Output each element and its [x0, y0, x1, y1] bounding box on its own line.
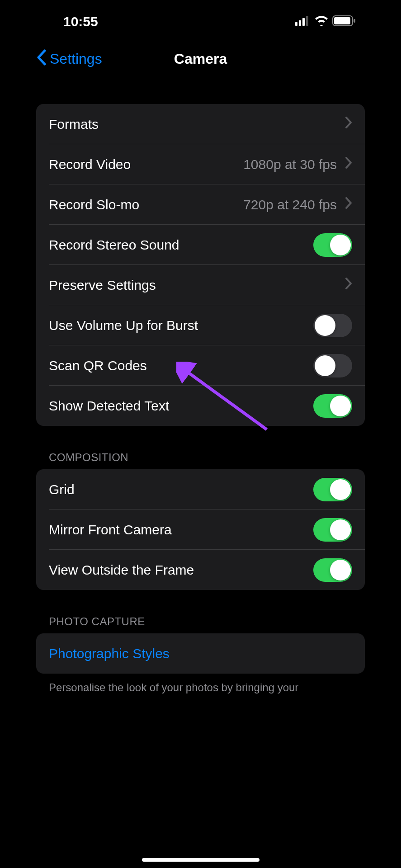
row-label: Show Detected Text: [49, 398, 169, 414]
svg-rect-6: [354, 19, 355, 23]
row-volume-burst: Use Volume Up for Burst: [36, 305, 365, 345]
row-label: Record Slo-mo: [49, 197, 139, 212]
chevron-right-icon: [345, 116, 352, 132]
svg-rect-0: [295, 22, 297, 26]
row-label: Grid: [49, 482, 75, 497]
chevron-left-icon: [36, 49, 46, 69]
row-stereo-sound: Record Stereo Sound: [36, 225, 365, 265]
row-label: Scan QR Codes: [49, 358, 147, 373]
row-label: Record Stereo Sound: [49, 237, 179, 253]
row-grid: Grid: [36, 469, 365, 509]
status-bar: 10:55: [36, 0, 365, 41]
section-header-composition: COMPOSITION: [36, 451, 365, 469]
svg-rect-5: [334, 17, 350, 24]
section-footer-photo-capture: Personalise the look of your photos by b…: [36, 674, 365, 695]
toggle-mirror-front[interactable]: [313, 518, 352, 542]
row-label: View Outside the Frame: [49, 562, 194, 578]
row-photographic-styles[interactable]: Photographic Styles: [36, 633, 365, 674]
chevron-right-icon: [345, 156, 352, 173]
home-indicator[interactable]: [142, 858, 259, 862]
row-label: Record Video: [49, 157, 131, 172]
row-detected-text: Show Detected Text: [36, 386, 365, 426]
settings-group-photo-capture: Photographic Styles: [36, 633, 365, 674]
toggle-stereo-sound[interactable]: [313, 233, 352, 257]
row-label: Photographic Styles: [49, 646, 170, 661]
row-record-video[interactable]: Record Video 1080p at 30 fps: [36, 144, 365, 184]
section-header-photo-capture: PHOTO CAPTURE: [36, 615, 365, 633]
settings-group-main: Formats Record Video 1080p at 30 fps R: [36, 104, 365, 426]
row-scan-qr: Scan QR Codes: [36, 345, 365, 386]
row-record-slomo[interactable]: Record Slo-mo 720p at 240 fps: [36, 184, 365, 225]
row-label: Formats: [49, 117, 99, 132]
back-button[interactable]: Settings: [36, 49, 102, 69]
toggle-volume-burst[interactable]: [313, 314, 352, 337]
toggle-grid[interactable]: [313, 478, 352, 501]
row-label: Mirror Front Camera: [49, 522, 172, 538]
toggle-scan-qr[interactable]: [313, 354, 352, 377]
row-outside-frame: View Outside the Frame: [36, 550, 365, 590]
toggle-detected-text[interactable]: [313, 394, 352, 418]
back-label: Settings: [50, 51, 102, 67]
chevron-right-icon: [345, 196, 352, 213]
row-formats[interactable]: Formats: [36, 104, 365, 144]
row-mirror-front: Mirror Front Camera: [36, 509, 365, 550]
svg-rect-2: [302, 18, 305, 26]
status-time: 10:55: [36, 14, 98, 29]
row-label: Preserve Settings: [49, 278, 156, 293]
row-preserve-settings[interactable]: Preserve Settings: [36, 265, 365, 305]
svg-rect-3: [306, 16, 308, 26]
chevron-right-icon: [345, 277, 352, 293]
wifi-icon: [314, 15, 329, 28]
svg-rect-1: [299, 20, 301, 26]
battery-icon: [332, 15, 356, 28]
nav-header: Settings Camera: [36, 41, 365, 77]
cellular-signal-icon: [295, 16, 311, 28]
page-title: Camera: [174, 51, 227, 67]
status-icons: [295, 15, 365, 28]
settings-group-composition: Grid Mirror Front Camera View Outside th…: [36, 469, 365, 590]
row-label: Use Volume Up for Burst: [49, 318, 198, 333]
row-value: 720p at 240 fps: [243, 197, 337, 212]
toggle-outside-frame[interactable]: [313, 558, 352, 582]
row-value: 1080p at 30 fps: [243, 157, 337, 172]
